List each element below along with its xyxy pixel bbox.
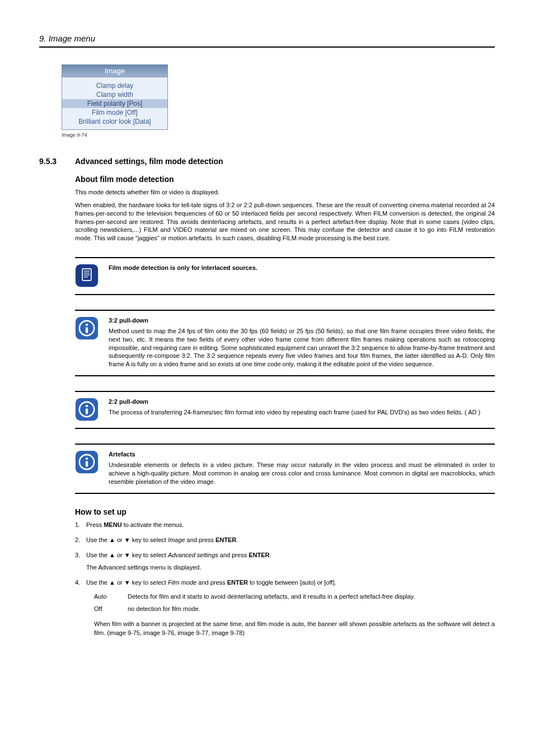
section-title: Advanced settings, film mode detection xyxy=(75,157,223,166)
image-menu-body: Clamp delay Clamp width Field polarity [… xyxy=(62,77,167,129)
info-callout: 2:2 pull-down The process of transferrin… xyxy=(75,391,495,429)
step-bold: ENTER xyxy=(216,536,236,543)
info-callout: 3:2 pull-down Method used to map the 24 … xyxy=(75,310,495,376)
step-text: to activate the menus. xyxy=(122,521,184,528)
image-menu-screenshot: Image Clamp delay Clamp width Field pola… xyxy=(62,64,168,130)
menu-item-selected: Field polarity [Pos] xyxy=(62,99,167,108)
definition-row: Auto Detects for film and it starts to a… xyxy=(94,592,495,601)
svg-rect-0 xyxy=(76,264,98,287)
step-note: When film with a banner is projected at … xyxy=(94,620,495,637)
svg-rect-17 xyxy=(86,461,88,467)
info-text: Undesirable elements or defects in a vid… xyxy=(109,461,495,486)
subhead-howto: How to set up xyxy=(75,507,495,516)
body-text: When enabled, the hardware looks for tel… xyxy=(75,201,495,242)
step-italic: Advanced settings xyxy=(168,552,218,558)
step-bold: ENTER xyxy=(249,552,269,558)
subhead-about: About film mode detection xyxy=(75,175,495,184)
info-body: 3:2 pull-down Method used to map the 24 … xyxy=(109,316,495,368)
definition-term: Auto xyxy=(94,592,128,601)
note-text: Film mode detection is only for interlac… xyxy=(109,264,495,272)
svg-point-12 xyxy=(86,405,88,407)
menu-item: Clamp width xyxy=(62,90,167,99)
step-text: Use the ▲ or ▼ key to select xyxy=(86,552,168,558)
svg-point-8 xyxy=(86,324,88,326)
definition-desc: Detects for film and it starts to avoid … xyxy=(128,592,495,601)
step-text: and press xyxy=(185,536,215,543)
step-bold: ENTER xyxy=(227,579,248,586)
step-italic: Film mode xyxy=(168,579,196,586)
svg-rect-13 xyxy=(86,408,88,414)
info-title: Artefacts xyxy=(109,450,495,459)
step-text: Use the ▲ or ▼ key to select xyxy=(86,536,168,543)
definition-term: Off xyxy=(94,605,128,613)
menu-item: Film mode [Off] xyxy=(62,108,167,117)
menu-item: Clamp delay xyxy=(62,81,167,90)
info-text: The process of transferring 24-frames/se… xyxy=(109,408,495,417)
info-body: Artefacts Undesirable elements or defect… xyxy=(109,450,495,486)
step-text: and press xyxy=(218,552,249,558)
step-item: Use the ▲ or ▼ key to select Advanced se… xyxy=(75,551,495,572)
section-number: 9.5.3 xyxy=(39,157,75,166)
step-text: and press xyxy=(196,579,227,586)
note-callout: Film mode detection is only for interlac… xyxy=(75,257,495,295)
step-text: Press xyxy=(86,521,104,528)
step-sub: The Advanced settings menu is displayed. xyxy=(86,563,495,572)
definition-desc: no detection for film mode. xyxy=(128,605,495,613)
section-heading-row: 9.5.3 Advanced settings, film mode detec… xyxy=(39,157,495,166)
definitions-list: Auto Detects for film and it starts to a… xyxy=(94,592,495,613)
header-rule xyxy=(39,46,495,48)
step-item: Use the ▲ or ▼ key to select Film mode a… xyxy=(75,578,495,637)
step-text: Use the ▲ or ▼ key to select xyxy=(86,579,168,586)
page-section-title: 9. Image menu xyxy=(39,34,495,43)
note-icon xyxy=(75,264,99,287)
step-item: Press MENU to activate the menus. xyxy=(75,521,495,529)
note-body: Film mode detection is only for interlac… xyxy=(109,264,495,287)
svg-rect-9 xyxy=(86,327,88,333)
step-bold: MENU xyxy=(104,521,121,528)
info-title: 2:2 pull-down xyxy=(109,398,495,406)
body-text: This mode detects whether film or video … xyxy=(75,188,495,197)
step-text: . xyxy=(269,552,271,558)
info-icon xyxy=(75,450,99,474)
info-body: 2:2 pull-down The process of transferrin… xyxy=(109,398,495,421)
step-text: . xyxy=(236,536,238,543)
step-text: to toggle between [auto] or [off]. xyxy=(248,579,336,586)
info-callout: Artefacts Undesirable elements or defect… xyxy=(75,444,495,493)
steps-list: Press MENU to activate the menus. Use th… xyxy=(75,521,495,638)
svg-point-16 xyxy=(86,458,88,460)
image-menu-title: Image xyxy=(62,65,167,77)
step-item: Use the ▲ or ▼ key to select Image and p… xyxy=(75,536,495,544)
info-text: Method used to map the 24 fps of film on… xyxy=(109,327,495,368)
definition-row: Off no detection for film mode. xyxy=(94,605,495,613)
step-italic: Image xyxy=(168,536,185,543)
info-title: 3:2 pull-down xyxy=(109,316,495,325)
menu-item: Brilliant color look [Data] xyxy=(62,117,167,126)
info-icon xyxy=(75,316,99,340)
info-icon xyxy=(75,398,99,421)
figure-caption: Image 9-74 xyxy=(62,132,495,138)
